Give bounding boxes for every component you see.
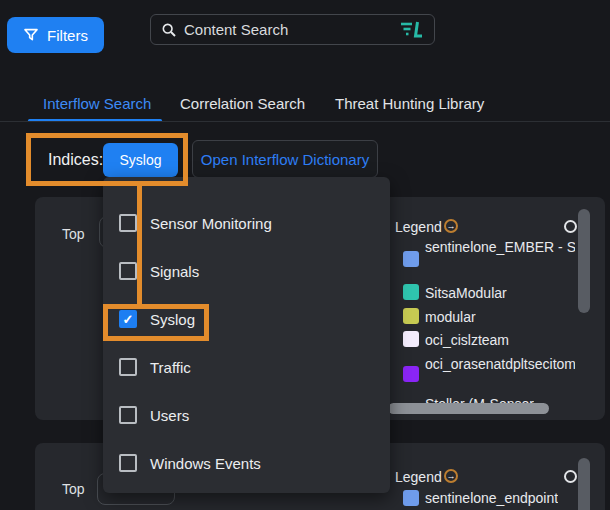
legend-title-1: Legend <box>395 219 442 235</box>
legend-circle-icon-2[interactable] <box>564 470 577 483</box>
tab-interflow-search[interactable]: Interflow Search <box>43 95 151 112</box>
content-search-box[interactable] <box>150 14 435 45</box>
lucene-toggle-icon[interactable] <box>400 21 424 38</box>
dropdown-item-windows-events[interactable]: Windows Events <box>119 454 261 472</box>
checkbox-users[interactable] <box>119 406 137 424</box>
filters-button-label: Filters <box>47 27 88 44</box>
legend-goto-icon-2[interactable]: → <box>444 469 458 483</box>
dropdown-item-sensor-monitoring[interactable]: Sensor Monitoring <box>119 214 272 232</box>
indices-label: Indices: <box>48 151 103 169</box>
legend-item-label: modular <box>425 309 476 325</box>
dropdown-item-traffic[interactable]: Traffic <box>119 358 191 376</box>
dropdown-item-label: Sensor Monitoring <box>150 215 272 232</box>
content-search-input[interactable] <box>184 21 393 38</box>
checkbox-windows-events[interactable] <box>119 454 137 472</box>
legend-item-label: sentinelone_endpoint <box>425 490 558 506</box>
dropdown-item-signals[interactable]: Signals <box>119 262 199 280</box>
legend-item-label: sentinelone_EMBER - S <box>425 239 575 255</box>
legend-item-label: SitsaModular <box>425 285 507 301</box>
horizontal-scrollbar[interactable] <box>388 403 549 414</box>
filters-button[interactable]: Filters <box>7 17 104 53</box>
tabs-divider <box>0 121 610 122</box>
dropdown-item-label: Windows Events <box>150 455 261 472</box>
legend-swatch <box>403 331 419 347</box>
open-interflow-dictionary-button[interactable]: Open Interflow Dictionary <box>192 140 378 178</box>
dropdown-item-label: Traffic <box>150 359 191 376</box>
legend-goto-icon-1[interactable]: → <box>444 219 458 233</box>
legend-scrollbar-1[interactable] <box>578 209 590 313</box>
legend-swatch <box>403 284 419 300</box>
filter-funnel-icon <box>23 27 39 43</box>
dropdown-item-label: Users <box>150 407 189 424</box>
legend-item-label: oci_orasenatdpltsecitom <box>425 356 575 372</box>
legend-swatch <box>403 490 419 506</box>
tab-correlation-search[interactable]: Correlation Search <box>180 95 305 112</box>
legend-swatch <box>403 366 419 382</box>
indices-dropdown-menu: Sensor Monitoring Signals Syslog Traffic… <box>103 177 390 493</box>
checkbox-traffic[interactable] <box>119 358 137 376</box>
dropdown-item-users[interactable]: Users <box>119 406 189 424</box>
legend-swatch <box>403 308 419 324</box>
top-label-2: Top <box>62 481 85 497</box>
legend-swatch <box>403 251 419 267</box>
search-icon <box>161 22 177 38</box>
open-interflow-dictionary-label: Open Interflow Dictionary <box>201 151 369 168</box>
legend-circle-icon-1[interactable] <box>564 220 577 233</box>
top-label-1: Top <box>62 226 85 242</box>
selected-index-button[interactable]: Syslog <box>103 143 178 177</box>
legend-item-label: oci_cislzteam <box>425 332 509 348</box>
dropdown-item-label: Signals <box>150 263 199 280</box>
checkbox-sensor-monitoring[interactable] <box>119 214 137 232</box>
legend-title-2: Legend <box>395 469 442 485</box>
legend-scrollbar-2[interactable] <box>578 458 590 510</box>
checkbox-syslog[interactable] <box>119 310 137 328</box>
dropdown-item-label: Syslog <box>150 311 195 328</box>
dropdown-item-syslog[interactable]: Syslog <box>119 310 195 328</box>
tab-threat-hunting-library[interactable]: Threat Hunting Library <box>335 95 484 112</box>
checkbox-signals[interactable] <box>119 262 137 280</box>
